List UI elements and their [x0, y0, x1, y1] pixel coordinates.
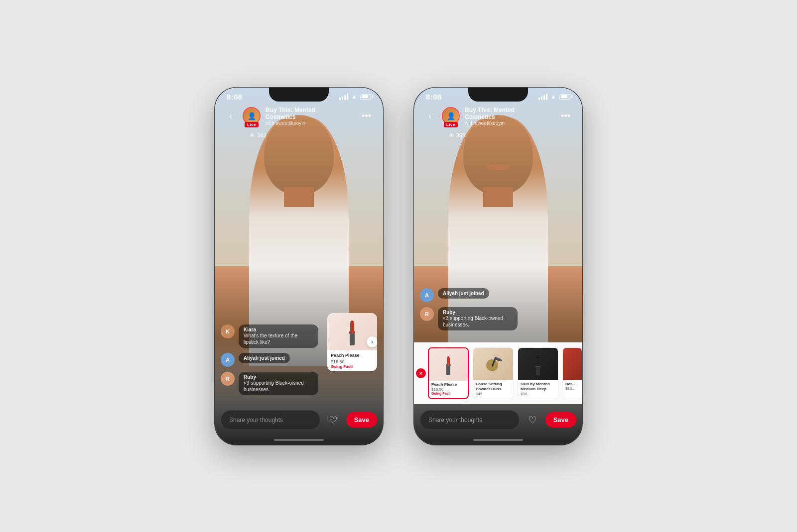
- comment-input-1[interactable]: Share your thoughts: [221, 410, 320, 430]
- top-nav-1: ‹ 👤 Live Buy This: Mented Cosmetics with…: [215, 103, 383, 130]
- more-button-2[interactable]: •••: [557, 109, 574, 123]
- live-badge-1: Live: [245, 122, 259, 127]
- product-card-1[interactable]: Peach Please $16.50 Going Fast! ›: [327, 313, 377, 371]
- phone-2: 8:08 ▲ ‹ 👤: [413, 87, 583, 445]
- signal-icon-1: [339, 94, 348, 100]
- shelf-product-4[interactable]: Dar... $16...: [562, 347, 582, 399]
- shelf-product-1[interactable]: Peach Please $16.50 Going Fast!: [428, 347, 469, 399]
- viewer-number-2: 368: [456, 132, 465, 138]
- shelf-product-price-2: $45: [476, 392, 511, 396]
- channel-title-1: Buy This: Mented Cosmetics: [266, 106, 358, 121]
- chat-name-aliyah: Aliyah just joined: [244, 355, 285, 361]
- shelf-product-image-1: [429, 348, 468, 381]
- product-shelf: × Peach Please $16.50 Going Fast!: [414, 342, 582, 404]
- eye-icon-1: 👁: [250, 132, 255, 138]
- bottom-bar-2: Share your thoughts ♡ Save: [420, 410, 576, 430]
- bottom-bar-1: Share your thoughts ♡ Save: [221, 410, 377, 430]
- lipstick-icon-shelf-1: [443, 354, 454, 375]
- chat-text-ruby-2: <3 supporting Black-owned businesses.: [443, 315, 513, 328]
- svg-rect-10: [536, 367, 540, 375]
- shelf-product-info-3: Skin by Mented Medium Deep $30: [518, 380, 558, 398]
- shelf-product-image-3: [518, 348, 558, 380]
- shelf-product-info-1: Peach Please $16.50 Going Fast!: [429, 381, 468, 398]
- chat-bubble-aliyah: Aliyah just joined: [239, 353, 290, 363]
- status-time-1: 8:08: [227, 93, 242, 101]
- chat-message-aliyah-2: A Aliyah just joined: [420, 288, 576, 302]
- close-shelf-button[interactable]: ×: [416, 368, 426, 378]
- back-button-2[interactable]: ‹: [422, 108, 438, 124]
- heart-button-1[interactable]: ♡: [324, 411, 342, 429]
- shelf-product-3[interactable]: Skin by Mented Medium Deep $30: [518, 347, 558, 399]
- product-name-1: Peach Please: [331, 353, 374, 358]
- shelf-product-info-4: Dar... $16...: [563, 380, 582, 393]
- viewer-number-1: 343: [257, 132, 266, 138]
- top-nav-2: ‹ 👤 Live Buy This: Mented Cosmetics with…: [414, 103, 582, 130]
- save-button-2[interactable]: Save: [545, 412, 576, 427]
- channel-subtitle-2: with sweetlikeoyin: [465, 120, 557, 126]
- home-indicator-1: [274, 439, 324, 441]
- powder-icon: [483, 354, 503, 374]
- wifi-icon-1: ▲: [351, 93, 357, 100]
- shelf-product-name-3: Skin by Mented Medium Deep: [521, 382, 555, 391]
- comment-placeholder-1: Share your thoughts: [229, 417, 283, 424]
- shelf-product-image-4: [563, 348, 582, 380]
- shelf-product-info-2: Loose Setting Powder Duos $45: [473, 380, 513, 398]
- viewer-count-2: 👁 368: [449, 132, 465, 138]
- svg-rect-3: [350, 322, 354, 333]
- shelf-product-price-3: $30: [521, 392, 555, 396]
- svg-rect-6: [447, 357, 450, 365]
- comment-input-2[interactable]: Share your thoughts: [420, 410, 520, 430]
- chat-overlay-2: A Aliyah just joined R Ruby <3 supportin…: [420, 288, 576, 335]
- status-icons-1: ▲: [339, 93, 371, 100]
- shelf-product-name-1: Peach Please: [431, 382, 465, 387]
- battery-icon-1: [360, 94, 371, 100]
- signal-icon-2: [538, 94, 547, 100]
- chat-avatar-aliyah: A: [221, 353, 235, 367]
- wifi-icon-2: ▲: [550, 93, 556, 100]
- status-icons-2: ▲: [538, 93, 570, 100]
- svg-rect-0: [350, 333, 355, 345]
- product-arrow-1[interactable]: ›: [367, 336, 377, 347]
- shelf-product-name-4: Dar...: [565, 382, 579, 386]
- shelf-product-price-1: $16.50: [431, 387, 465, 392]
- chat-bubble-kiara: Kiara What's the texture of the lipstick…: [239, 324, 318, 348]
- channel-info-1: 👤 Live Buy This: Mented Cosmetics with s…: [243, 106, 358, 126]
- chat-name-ruby-2: Ruby: [443, 310, 513, 315]
- host-avatar-2: 👤 Live: [442, 107, 460, 125]
- channel-subtitle-1: with sweetlikeoyin: [266, 120, 358, 126]
- notch-2: [468, 88, 528, 102]
- save-button-1[interactable]: Save: [346, 412, 377, 427]
- chat-message-ruby-2: R Ruby <3 supporting Black-owned busines…: [420, 307, 576, 330]
- channel-title-2: Buy This: Mented Cosmetics: [465, 106, 557, 121]
- chat-avatar-ruby: R: [221, 372, 235, 386]
- chat-avatar-aliyah-2: A: [420, 288, 434, 302]
- notch-1: [269, 88, 329, 102]
- more-button-1[interactable]: •••: [358, 109, 375, 123]
- back-button-1[interactable]: ‹: [223, 108, 239, 124]
- product-price-1: $16.50: [331, 359, 374, 364]
- home-indicator-2: [473, 439, 523, 441]
- host-avatar-1: 👤 Live: [243, 107, 261, 125]
- status-time-2: 8:08: [426, 93, 441, 101]
- heart-button-2[interactable]: ♡: [524, 411, 541, 429]
- shelf-product-2[interactable]: Loose Setting Powder Duos $45: [473, 347, 514, 399]
- channel-text-1: Buy This: Mented Cosmetics with sweetlik…: [266, 106, 358, 126]
- chat-name-kiara: Kiara: [244, 327, 313, 332]
- chat-message-ruby: R Ruby <3 supporting Black-owned busines…: [221, 372, 377, 395]
- chat-text-ruby: <3 supporting Black-owned businesses.: [244, 380, 313, 393]
- chat-text-kiara: What's the texture of the lipstick like?: [244, 332, 313, 345]
- shelf-product-tag-1: Going Fast!: [431, 392, 465, 395]
- mascara-icon: [534, 353, 541, 375]
- shelf-product-price-4: $16...: [565, 386, 579, 391]
- chat-name-ruby: Ruby: [244, 374, 313, 380]
- comment-placeholder-2: Share your thoughts: [428, 417, 482, 424]
- viewer-count-1: 👁 343: [250, 132, 266, 138]
- product-info-1: Peach Please $16.50 Going Fast!: [327, 350, 377, 371]
- svg-rect-12: [535, 366, 540, 367]
- chat-bubble-ruby: Ruby <3 supporting Black-owned businesse…: [239, 372, 318, 395]
- channel-info-2: 👤 Live Buy This: Mented Cosmetics with s…: [442, 106, 557, 126]
- eye-icon-2: 👁: [449, 132, 454, 138]
- chat-name-aliyah-2: Aliyah just joined: [443, 291, 484, 296]
- channel-text-2: Buy This: Mented Cosmetics with sweetlik…: [465, 106, 557, 126]
- product-tag-1: Going Fast!: [331, 364, 374, 369]
